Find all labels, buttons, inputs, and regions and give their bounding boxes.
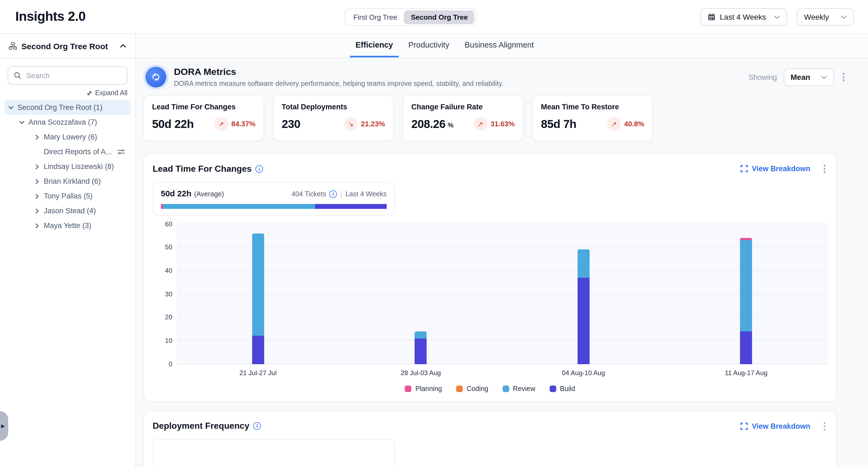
tree-item[interactable]: Maya Yette (3): [4, 218, 131, 233]
expand-all-button[interactable]: Expand All: [8, 89, 127, 97]
tree-item[interactable]: Lindsay Liszewski (8): [4, 159, 131, 174]
tab-business-alignment[interactable]: Business Alignment: [459, 34, 539, 57]
legend-swatch: [456, 385, 463, 392]
metric-value: 50d 22h: [152, 117, 194, 130]
top-controls: Last 4 Weeks Weekly: [701, 8, 854, 26]
deployment-panel: Deployment Frequency View Breakdown: [143, 410, 837, 467]
metric-value: 208.26: [411, 117, 445, 130]
tree-item[interactable]: Tony Pallas (5): [4, 189, 131, 204]
trend-down-icon: ↘: [344, 117, 358, 131]
legend-swatch: [502, 385, 509, 392]
tree-item[interactable]: Mary Lowery (6): [4, 130, 131, 144]
tree-item-label: Tony Pallas (5): [44, 192, 93, 200]
tree-item[interactable]: Brian Kirkland (6): [4, 174, 131, 189]
lead-time-menu-kebab-icon[interactable]: [821, 162, 828, 175]
tree-item-label: Lindsay Liszewski (8): [44, 162, 114, 170]
trend-up-icon: ↗: [214, 117, 228, 131]
date-range-select[interactable]: Last 4 Weeks: [701, 8, 787, 26]
metric-card-lead-time-for-changes: Lead Time For Changes50d 22h↗84.37%: [143, 95, 264, 141]
trend-up-icon: ↗: [607, 117, 621, 131]
dora-subtitle: DORA metrics measure software delivery p…: [174, 80, 503, 88]
x-axis-tick-label: 11 Aug-17 Aug: [665, 369, 828, 376]
view-breakdown-link[interactable]: View Breakdown: [741, 422, 810, 430]
tree-item[interactable]: Anna Scozzafava (7): [4, 115, 131, 130]
tabs-row: EfficiencyProductivityBusiness Alignment: [136, 34, 868, 58]
metric-card-value-row: 208.26%↗31.63%: [411, 117, 515, 131]
tree-item[interactable]: Second Org Tree Root (1): [4, 100, 131, 115]
view-breakdown-link[interactable]: View Breakdown: [741, 165, 810, 173]
chevron-right-icon: [34, 222, 40, 229]
dora-metrics-header: DORA Metrics DORA metrics measure softwa…: [143, 66, 837, 89]
bar-segment-planning: [740, 238, 752, 240]
phase-distribution-bar: [161, 204, 387, 209]
sidebar-header[interactable]: Second Org Tree Root: [0, 34, 135, 59]
tab-productivity[interactable]: Productivity: [403, 34, 455, 57]
legend-label: Build: [560, 385, 575, 392]
chevron-right-icon: [34, 163, 40, 170]
chevron-right-icon: [34, 178, 40, 185]
phase-segment-planning: [161, 204, 163, 209]
dora-menu-kebab-icon[interactable]: [840, 71, 847, 84]
x-axis-tick-label: 21 Jul-27 Jul: [177, 369, 339, 376]
play-icon: ▶: [1, 423, 5, 429]
metric-card-change-failure-rate: Change Failure Rate208.26%↗31.63%: [403, 95, 523, 141]
dora-metric-cards: Lead Time For Changes50d 22h↗84.37%Total…: [143, 95, 837, 141]
deployment-menu-kebab-icon[interactable]: [821, 420, 828, 433]
tab-efficiency[interactable]: Efficiency: [350, 34, 398, 57]
phase-segment-review: [163, 204, 315, 209]
stacked-bar[interactable]: [578, 250, 590, 364]
legend-swatch: [549, 385, 556, 392]
tree-item[interactable]: Direct Reports of A...: [4, 144, 131, 159]
chart-x-labels: 21 Jul-27 Jul28 Jul-03 Aug04 Aug-10 Aug1…: [177, 369, 828, 376]
tabs: EfficiencyProductivityBusiness Alignment: [136, 34, 539, 57]
chevron-down-icon: [821, 75, 827, 79]
tree-item-label: Jason Stead (4): [44, 207, 96, 215]
tree-item-label: Brian Kirkland (6): [44, 177, 101, 185]
app: Insights 2.0 First Org TreeSecond Org Tr…: [0, 0, 868, 467]
legend-item-review: Review: [502, 385, 535, 392]
legend-item-coding: Coding: [456, 385, 488, 392]
expand-view-icon: [741, 165, 748, 173]
tree-item-label: Mary Lowery (6): [44, 133, 97, 141]
org-toggle-option[interactable]: First Org Tree: [347, 10, 404, 24]
y-axis-tick-label: 10: [154, 337, 172, 344]
date-range-value: Last 4 Weeks: [720, 12, 766, 21]
filters-icon[interactable]: [117, 148, 125, 155]
metric-delta-badge: ↘21.23%: [344, 117, 385, 131]
sidebar: Second Org Tree Root Expand All Second O…: [0, 34, 136, 467]
bar-segment-review: [740, 240, 752, 332]
info-icon[interactable]: [255, 165, 263, 173]
deployment-summary-box: [153, 439, 395, 467]
stacked-bar[interactable]: [415, 332, 427, 364]
info-icon[interactable]: [329, 190, 337, 198]
tree-item[interactable]: Jason Stead (4): [4, 204, 131, 218]
trend-up-icon: ↗: [474, 117, 487, 131]
granularity-select[interactable]: Weekly: [797, 8, 854, 26]
chart-plot-area: 0102030405060: [177, 224, 828, 364]
info-icon[interactable]: [253, 423, 261, 430]
bar-segment-build: [415, 338, 427, 364]
chevron-right-icon: [34, 193, 40, 199]
sidebar-collapse-handle[interactable]: ▶: [0, 411, 8, 441]
search-icon: [14, 72, 21, 79]
metric-card-title: Mean Time To Restore: [541, 103, 644, 111]
org-tree-icon: [9, 42, 17, 50]
bar-segment-build: [740, 332, 752, 364]
showing-select[interactable]: Mean: [783, 68, 834, 86]
search-input[interactable]: [25, 71, 121, 80]
content: DORA Metrics DORA metrics measure softwa…: [136, 66, 868, 467]
stacked-bar[interactable]: [740, 238, 752, 364]
dora-cycle-icon: [146, 67, 166, 88]
showing-value: Mean: [790, 73, 810, 82]
top-header: Insights 2.0 First Org TreeSecond Org Tr…: [0, 0, 868, 34]
org-toggle-option[interactable]: Second Org Tree: [404, 10, 474, 24]
expand-view-icon: [741, 423, 748, 430]
stacked-bar[interactable]: [252, 233, 264, 364]
expand-all-label: Expand All: [95, 89, 127, 97]
summary-separator: |: [340, 190, 342, 198]
summary-qualifier: (Average): [194, 190, 224, 198]
tree-item-label: Maya Yette (3): [44, 221, 91, 230]
chevron-down-icon: [774, 15, 780, 19]
legend-item-planning: Planning: [405, 385, 442, 392]
metric-card-title: Lead Time For Changes: [152, 103, 255, 111]
